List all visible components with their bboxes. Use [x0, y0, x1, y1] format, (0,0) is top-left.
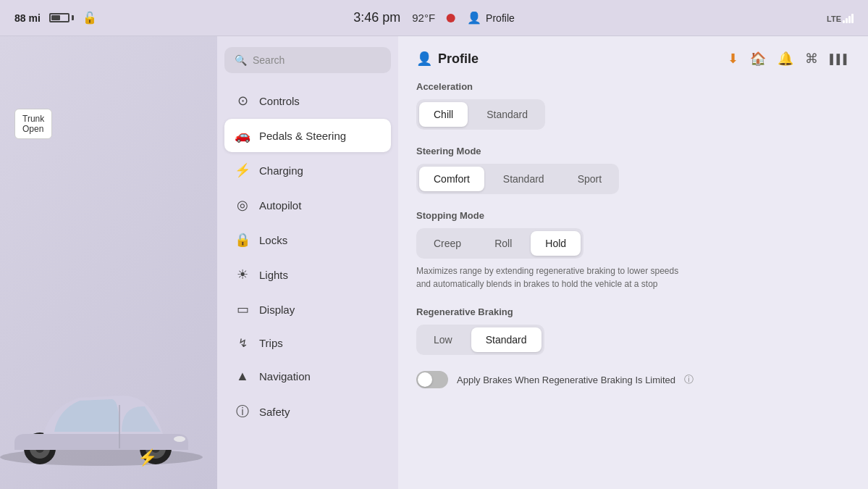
controls-icon: ⊙ [235, 93, 250, 109]
signal-bar-4 [851, 14, 854, 23]
stopping-hold-button[interactable]: Hold [531, 231, 581, 256]
stopping-mode-description: Maximizes range by extending regenerativ… [416, 264, 691, 291]
signal-bar-2 [846, 18, 848, 23]
pedals-icon: 🚗 [235, 128, 250, 143]
battery-tip [72, 15, 74, 20]
sidebar-item-locks[interactable]: 🔒 Locks [224, 223, 391, 256]
battery-body [49, 13, 69, 22]
sidebar: 🔍 Search ⊙ Controls 🚗 Pedals & Steering … [217, 36, 398, 489]
apply-brakes-row: Apply Brakes When Regenerative Braking I… [416, 371, 850, 388]
display-icon: ▭ [235, 301, 250, 317]
stopping-mode-section: Stopping Mode Creep Roll Hold Maximizes … [416, 210, 850, 291]
trunk-line1: Trunk [22, 114, 44, 124]
navigation-icon: ▲ [235, 369, 250, 384]
signal-icon: ▌▌▌ [830, 54, 850, 64]
stopping-roll-button[interactable]: Roll [480, 231, 526, 256]
regen-braking-section: Regenerative Braking Low Standard [416, 306, 850, 355]
steering-mode-title: Steering Mode [416, 146, 850, 156]
autopilot-label: Autopilot [259, 199, 301, 212]
regen-standard-button[interactable]: Standard [471, 327, 542, 352]
status-bar: 88 mi 🔓 3:46 pm 92°F 👤 Profile LTE [0, 0, 868, 36]
regen-braking-button-group: Low Standard [416, 325, 544, 355]
trunk-line2: Open [22, 124, 43, 134]
steering-comfort-button[interactable]: Comfort [419, 167, 484, 191]
charging-label: Charging [259, 164, 303, 177]
apply-brakes-info-icon[interactable]: ⓘ [684, 373, 694, 386]
car-svg: ⚡ [0, 341, 217, 472]
profile-icon: 👤 [467, 11, 481, 25]
steering-standard-button[interactable]: Standard [489, 167, 559, 191]
safety-icon: ⓘ [235, 403, 250, 420]
screen: 88 mi 🔓 3:46 pm 92°F 👤 Profile LTE [0, 0, 868, 489]
acceleration-title: Acceleration [416, 81, 850, 92]
signal-bar-3 [848, 16, 851, 23]
temperature-display: 92°F [412, 12, 435, 24]
regen-low-button[interactable]: Low [419, 327, 467, 352]
controls-label: Controls [259, 95, 300, 107]
bluetooth-icon[interactable]: ⌘ [805, 51, 818, 67]
stopping-creep-button[interactable]: Creep [419, 231, 476, 256]
status-right: LTE [827, 13, 854, 23]
apply-brakes-section: Apply Brakes When Regenerative Braking I… [416, 371, 850, 388]
lights-icon: ☀ [235, 267, 250, 283]
lte-signal: LTE [827, 13, 854, 23]
sidebar-item-display[interactable]: ▭ Display [224, 293, 391, 326]
acceleration-section: Acceleration Chill Standard [416, 81, 850, 130]
sidebar-item-pedals[interactable]: 🚗 Pedals & Steering [224, 119, 391, 152]
pedals-label: Pedals & Steering [259, 130, 346, 142]
trunk-label: Trunk Open [14, 109, 52, 139]
regen-braking-title: Regenerative Braking [416, 306, 850, 317]
stopping-mode-button-group: Creep Roll Hold [416, 228, 583, 259]
profile-icon-header: 👤 [416, 51, 432, 67]
svg-point-8 [174, 436, 185, 442]
acceleration-chill-button[interactable]: Chill [419, 102, 468, 127]
download-icon[interactable]: ⬇ [728, 51, 738, 67]
header-icons: ⬇ 🏠 🔔 ⌘ ▌▌▌ [728, 51, 850, 67]
sidebar-item-autopilot[interactable]: ◎ Autopilot [224, 188, 391, 222]
signal-bar-1 [843, 20, 845, 23]
page-title: Profile [438, 51, 479, 67]
home-icon[interactable]: 🏠 [750, 51, 766, 67]
locks-icon: 🔒 [235, 232, 250, 248]
acceleration-standard-button[interactable]: Standard [472, 102, 542, 127]
content-title: 👤 Profile [416, 51, 479, 67]
display-label: Display [259, 304, 295, 316]
trips-label: Trips [259, 337, 283, 349]
svg-text:⚡: ⚡ [138, 448, 158, 467]
battery-icon [49, 13, 74, 22]
lock-icon: 🔓 [83, 11, 97, 25]
content-header: 👤 Profile ⬇ 🏠 🔔 ⌘ ▌▌▌ [416, 51, 850, 67]
sidebar-item-trips[interactable]: ↯ Trips [224, 327, 391, 359]
main-content: 👤 Profile ⬇ 🏠 🔔 ⌘ ▌▌▌ Acceleration Chill… [398, 36, 868, 489]
steering-mode-section: Steering Mode Comfort Standard Sport [416, 146, 850, 194]
clock: 3:46 pm [353, 10, 400, 25]
sidebar-item-safety[interactable]: ⓘ Safety [224, 394, 391, 429]
sidebar-item-lights[interactable]: ☀ Lights [224, 258, 391, 291]
sidebar-item-controls[interactable]: ⊙ Controls [224, 84, 391, 117]
search-placeholder: Search [253, 54, 285, 66]
steering-mode-button-group: Comfort Standard Sport [416, 164, 619, 194]
search-icon: 🔍 [235, 54, 247, 66]
navigation-label: Navigation [259, 370, 311, 383]
autopilot-icon: ◎ [235, 197, 250, 213]
apply-brakes-toggle[interactable] [416, 371, 448, 388]
apply-brakes-label: Apply Brakes When Regenerative Braking I… [457, 375, 675, 385]
car-image: ⚡ [0, 341, 217, 475]
profile-status[interactable]: 👤 Profile [467, 11, 515, 25]
acceleration-button-group: Chill Standard [416, 99, 545, 130]
locks-label: Locks [259, 234, 287, 246]
range-display: 88 mi [14, 12, 41, 24]
stopping-mode-title: Stopping Mode [416, 210, 850, 221]
lights-label: Lights [259, 269, 288, 281]
bell-icon[interactable]: 🔔 [778, 51, 793, 67]
trips-icon: ↯ [235, 336, 250, 350]
charging-icon: ⚡ [235, 162, 250, 178]
sidebar-item-charging[interactable]: ⚡ Charging [224, 154, 391, 187]
sidebar-item-navigation[interactable]: ▲ Navigation [224, 360, 391, 393]
safety-label: Safety [259, 406, 290, 418]
car-visualization: Trunk Open [0, 36, 217, 489]
record-indicator [447, 14, 455, 22]
battery-fill [51, 15, 60, 20]
search-bar[interactable]: 🔍 Search [224, 47, 391, 73]
steering-sport-button[interactable]: Sport [563, 167, 616, 191]
